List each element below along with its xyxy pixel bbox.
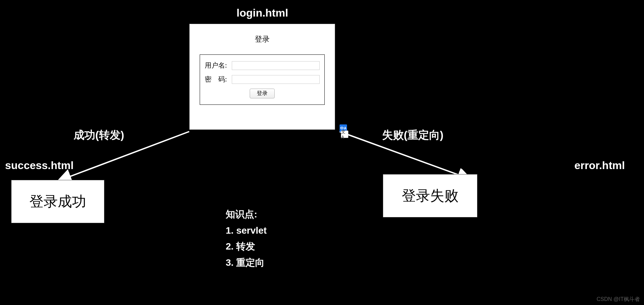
password-label: 密码:	[205, 75, 232, 84]
arrow-to-success	[54, 130, 196, 187]
login-panel: 登录 用户名: 密码: 登录	[189, 24, 335, 130]
success-text: 登录成功	[29, 192, 86, 211]
knowledge-item-3: 3. 重定向	[226, 255, 267, 271]
login-heading: 登录	[196, 34, 328, 44]
page-title-login: login.html	[237, 7, 288, 19]
username-label: 用户名:	[205, 61, 232, 70]
success-panel: 登录成功	[11, 180, 104, 223]
login-button[interactable]: 登录	[250, 89, 275, 98]
error-panel: 登录失败	[383, 174, 477, 217]
knowledge-heading: 知识点:	[226, 206, 267, 222]
translate-icon[interactable]: 中A 文A	[340, 124, 349, 138]
page-title-error: error.html	[574, 159, 625, 172]
svg-line-1	[340, 132, 470, 179]
svg-line-0	[59, 132, 189, 181]
submit-row: 登录	[205, 89, 320, 98]
knowledge-item-1: 1. servlet	[226, 222, 267, 239]
password-row: 密码:	[205, 75, 320, 84]
password-input[interactable]	[232, 75, 320, 84]
username-row: 用户名:	[205, 61, 320, 70]
translate-icon-bottom: 文A	[341, 131, 348, 138]
knowledge-block: 知识点: 1. servlet 2. 转发 3. 重定向	[226, 206, 267, 271]
username-input[interactable]	[232, 61, 320, 70]
watermark: CSDN @IT枫斗者	[597, 296, 640, 303]
error-text: 登录失败	[402, 186, 459, 205]
knowledge-item-2: 2. 转发	[226, 238, 267, 255]
login-form: 用户名: 密码: 登录	[200, 54, 325, 105]
